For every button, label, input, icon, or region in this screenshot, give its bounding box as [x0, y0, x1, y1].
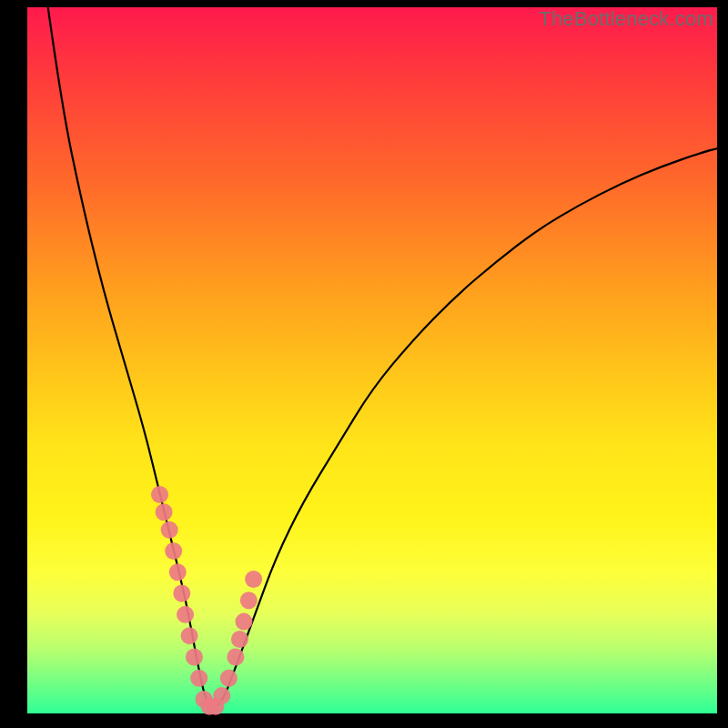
- data-point: [173, 585, 190, 602]
- data-point: [151, 486, 168, 503]
- data-point: [240, 592, 258, 609]
- data-point: [156, 503, 173, 521]
- data-point: [161, 521, 178, 539]
- bottleneck-curve: [48, 7, 717, 706]
- data-point: [177, 606, 194, 623]
- data-point: [231, 631, 248, 648]
- bottleneck-curve-plot: [0, 0, 728, 728]
- data-point: [220, 670, 238, 687]
- data-point: [236, 613, 253, 631]
- data-point: [213, 687, 230, 704]
- data-point: [227, 648, 244, 665]
- data-point: [190, 670, 207, 687]
- data-point: [169, 563, 187, 581]
- data-point: [245, 571, 262, 588]
- data-point: [165, 542, 182, 560]
- data-point: [181, 627, 198, 644]
- data-point: [186, 648, 203, 665]
